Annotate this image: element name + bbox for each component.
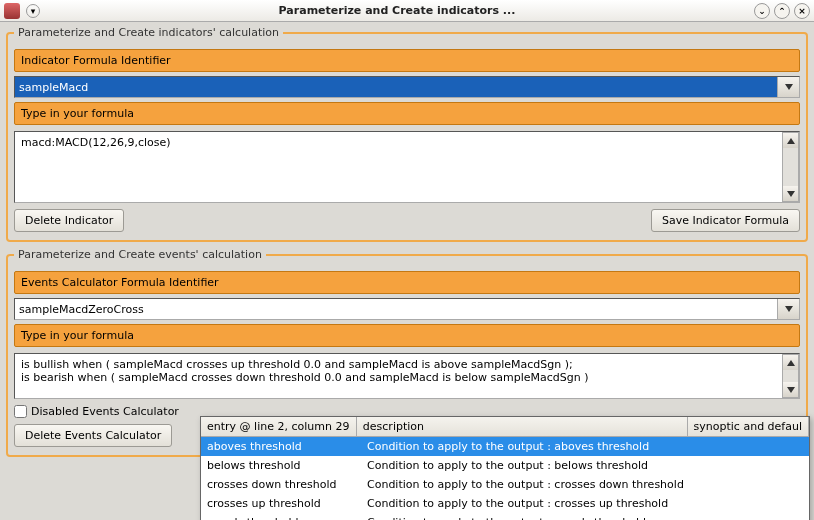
scroll-down-button[interactable] — [782, 186, 799, 202]
autocomplete-synoptic — [701, 513, 809, 520]
events-identifier-label: Events Calculator Formula Identifier — [14, 271, 800, 294]
indicators-legend: Parameterize and Create indicators' calc… — [14, 26, 283, 39]
indicator-formula-field[interactable] — [14, 131, 800, 203]
indicator-identifier-label: Indicator Formula Identifier — [14, 49, 800, 72]
events-formula-textarea[interactable] — [15, 354, 781, 388]
maximize-button[interactable]: ⌃ — [774, 3, 790, 19]
window-menu-icon[interactable]: ▾ — [26, 4, 40, 18]
autocomplete-description: Condition to apply to the output : above… — [361, 437, 701, 456]
autocomplete-entry: equals threshold — [201, 513, 361, 520]
indicator-formula-label: Type in your formula — [14, 102, 800, 125]
autocomplete-synoptic — [701, 437, 809, 456]
chevron-down-icon[interactable] — [777, 299, 799, 319]
app-icon — [4, 3, 20, 19]
autocomplete-row[interactable]: crosses down thresholdCondition to apply… — [201, 475, 809, 494]
autocomplete-synoptic — [701, 475, 809, 494]
autocomplete-col-description[interactable]: description — [357, 417, 688, 436]
autocomplete-row[interactable]: crosses up thresholdCondition to apply t… — [201, 494, 809, 513]
events-identifier-combo[interactable] — [14, 298, 800, 320]
indicator-identifier-combo[interactable] — [14, 76, 800, 98]
autocomplete-header: entry @ line 2, column 29 description sy… — [201, 417, 809, 437]
events-formula-label: Type in your formula — [14, 324, 800, 347]
chevron-down-icon[interactable] — [777, 77, 799, 97]
disabled-events-checkbox[interactable] — [14, 405, 27, 418]
autocomplete-row[interactable]: belows thresholdCondition to apply to th… — [201, 456, 809, 475]
autocomplete-row[interactable]: equals thresholdCondition to apply to th… — [201, 513, 809, 520]
indicator-formula-textarea[interactable] — [15, 132, 781, 192]
autocomplete-row[interactable]: aboves thresholdCondition to apply to th… — [201, 437, 809, 456]
autocomplete-popup: entry @ line 2, column 29 description sy… — [200, 416, 810, 520]
autocomplete-entry: crosses up threshold — [201, 494, 361, 513]
autocomplete-description: Condition to apply to the output : cross… — [361, 494, 701, 513]
scroll-down-button[interactable] — [782, 382, 799, 398]
scroll-track[interactable] — [782, 148, 799, 186]
title-bar: ▾ Parameterize and Create indicators ...… — [0, 0, 814, 22]
save-indicator-button[interactable]: Save Indicator Formula — [651, 209, 800, 232]
autocomplete-description: Condition to apply to the output : below… — [361, 456, 701, 475]
scroll-track[interactable] — [782, 370, 799, 382]
scroll-up-button[interactable] — [782, 132, 799, 148]
autocomplete-synoptic — [701, 494, 809, 513]
indicators-group: Parameterize and Create indicators' calc… — [6, 26, 808, 242]
autocomplete-col-synoptic[interactable]: synoptic and defaul — [688, 417, 809, 436]
autocomplete-entry: aboves threshold — [201, 437, 361, 456]
indicator-identifier-input[interactable] — [15, 77, 777, 97]
disabled-events-label: Disabled Events Calculator — [31, 405, 179, 418]
delete-indicator-button[interactable]: Delete Indicator — [14, 209, 124, 232]
autocomplete-description: Condition to apply to the output : equal… — [361, 513, 701, 520]
autocomplete-col-entry[interactable]: entry @ line 2, column 29 — [201, 417, 357, 436]
autocomplete-entry: crosses down threshold — [201, 475, 361, 494]
delete-events-calculator-button[interactable]: Delete Events Calculator — [14, 424, 172, 447]
minimize-button[interactable]: ⌄ — [754, 3, 770, 19]
events-legend: Parameterize and Create events' calculat… — [14, 248, 266, 261]
events-identifier-input[interactable] — [15, 299, 777, 319]
close-button[interactable]: × — [794, 3, 810, 19]
autocomplete-synoptic — [701, 456, 809, 475]
autocomplete-description: Condition to apply to the output : cross… — [361, 475, 701, 494]
events-formula-field[interactable] — [14, 353, 800, 399]
window-title: Parameterize and Create indicators ... — [44, 4, 750, 17]
scroll-up-button[interactable] — [782, 354, 799, 370]
autocomplete-entry: belows threshold — [201, 456, 361, 475]
